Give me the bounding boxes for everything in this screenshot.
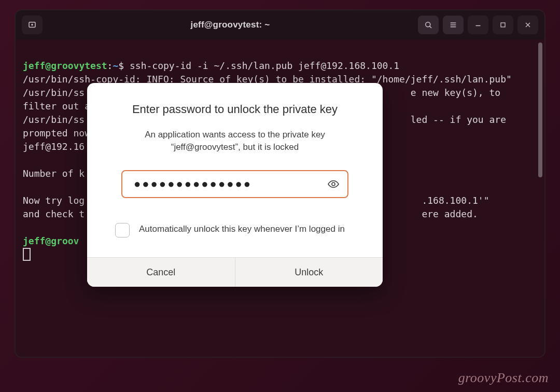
minimize-button[interactable]	[468, 16, 488, 34]
svg-point-1	[426, 22, 430, 27]
terminal-line: jeff@192.16	[23, 141, 85, 152]
eye-icon	[327, 178, 340, 190]
unlock-key-dialog: Enter password to unlock the private key…	[87, 83, 383, 287]
terminal-cursor	[23, 248, 31, 261]
dialog-title: Enter password to unlock the private key	[115, 103, 355, 116]
maximize-button[interactable]	[493, 16, 513, 34]
terminal-line: Now try log	[23, 195, 85, 206]
cancel-button[interactable]: Cancel	[87, 258, 235, 287]
prompt-user: jeff	[23, 60, 45, 71]
close-icon	[524, 21, 532, 29]
terminal-command: ssh-copy-id -i ~/.ssh/lan.pub jeff@192.1…	[130, 60, 399, 71]
password-input[interactable]	[121, 170, 348, 198]
auto-unlock-checkbox[interactable]	[115, 223, 130, 237]
search-button[interactable]	[418, 16, 439, 34]
prompt-user: jeff	[23, 235, 45, 246]
window-title: jeff@groovytest: ~	[191, 20, 270, 30]
maximize-icon	[499, 21, 507, 29]
new-tab-button[interactable]	[22, 16, 43, 34]
menu-button[interactable]	[443, 16, 464, 34]
dialog-actions: Cancel Unlock	[87, 257, 383, 287]
scrollbar-thumb[interactable]	[538, 43, 542, 177]
watermark: groovyPost.com	[458, 370, 549, 386]
terminal-line: /usr/bin/ss	[23, 114, 85, 125]
dialog-message: An application wants access to the priva…	[115, 129, 355, 153]
hamburger-icon	[449, 20, 458, 30]
terminal-line: /usr/bin/ss	[23, 87, 85, 98]
close-button[interactable]	[517, 16, 538, 34]
auto-unlock-label: Automatically unlock this key whenever I…	[139, 223, 345, 235]
unlock-button[interactable]: Unlock	[235, 258, 383, 287]
terminal-line: and check t	[23, 208, 85, 219]
reveal-password-button[interactable]	[327, 177, 340, 191]
new-tab-icon	[27, 20, 37, 30]
search-icon	[424, 20, 433, 30]
minimize-icon	[473, 20, 483, 30]
svg-rect-2	[501, 23, 505, 27]
terminal-line: Number of k	[23, 168, 85, 179]
titlebar: jeff@groovytest: ~	[16, 10, 544, 39]
svg-point-3	[332, 183, 335, 186]
